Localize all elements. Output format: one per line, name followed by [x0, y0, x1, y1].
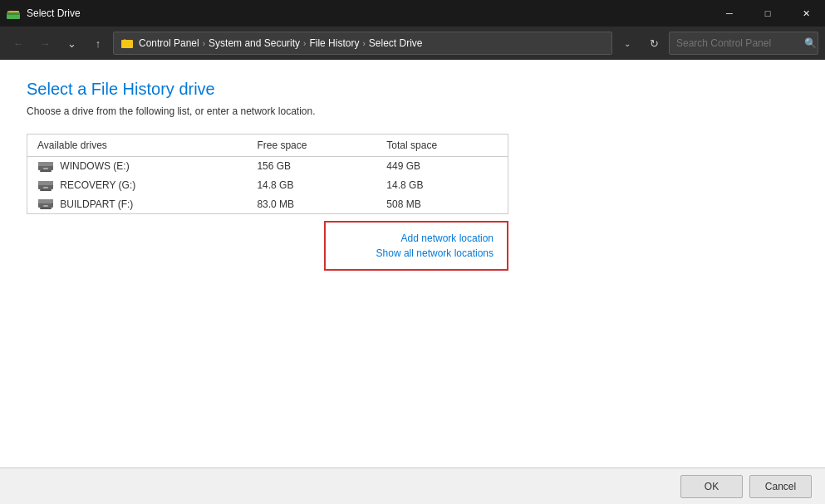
- breadcrumb-control-panel[interactable]: Control Panel: [139, 37, 199, 49]
- svg-rect-12: [40, 189, 52, 191]
- svg-rect-15: [43, 205, 48, 207]
- refresh-button[interactable]: ↻: [642, 32, 665, 55]
- up-button[interactable]: ↑: [86, 32, 110, 55]
- svg-rect-6: [38, 162, 53, 166]
- drive-icon: [37, 198, 54, 210]
- breadcrumb-sep-2: ›: [303, 39, 306, 48]
- col-header-drives: Available drives: [27, 135, 248, 157]
- close-button[interactable]: ✕: [787, 0, 825, 27]
- svg-rect-10: [38, 181, 53, 185]
- nav-bar: ← → ⌄ ↑ Control Panel › System and Secur…: [0, 27, 825, 60]
- svg-rect-4: [121, 40, 133, 48]
- bottom-bar: OK Cancel: [0, 467, 825, 504]
- drive-free-cell: 83.0 MB: [247, 195, 376, 214]
- drive-icon: [37, 161, 54, 173]
- maximize-button[interactable]: □: [749, 0, 787, 27]
- drive-icon: [37, 180, 54, 192]
- table-row[interactable]: WINDOWS (E:) 156 GB 449 GB: [27, 157, 508, 176]
- forward-button[interactable]: →: [33, 32, 56, 55]
- page-subtitle: Choose a drive from the following list, …: [27, 105, 798, 117]
- network-box: Add network location Show all network lo…: [324, 221, 508, 271]
- breadcrumb-current: Select Drive: [369, 37, 423, 49]
- title-bar-left: Select Drive: [7, 7, 81, 20]
- minimize-button[interactable]: ─: [710, 0, 749, 27]
- window-title: Select Drive: [27, 7, 81, 19]
- drive-total-cell: 14.8 GB: [376, 176, 508, 195]
- svg-rect-14: [38, 199, 53, 203]
- breadcrumb-file-history[interactable]: File History: [309, 37, 359, 49]
- col-header-free: Free space: [247, 135, 376, 157]
- app-icon: [7, 7, 20, 20]
- drive-total-cell: 449 GB: [376, 157, 508, 176]
- dropdown-button[interactable]: ⌄: [60, 32, 83, 55]
- drives-table: Available drives Free space Total space …: [27, 134, 508, 214]
- add-network-location-link[interactable]: Add network location: [401, 232, 494, 244]
- ok-button[interactable]: OK: [680, 475, 743, 498]
- drive-total-cell: 508 MB: [376, 195, 508, 214]
- breadcrumb-sep-1: ›: [203, 39, 205, 48]
- svg-rect-7: [43, 168, 48, 169]
- svg-rect-16: [40, 208, 52, 209]
- drive-free-cell: 14.8 GB: [247, 176, 376, 195]
- breadcrumb-system-security[interactable]: System and Security: [209, 37, 300, 49]
- table-row[interactable]: RECOVERY (G:) 14.8 GB 14.8 GB: [27, 176, 508, 195]
- svg-rect-3: [7, 12, 20, 15]
- search-input[interactable]: [676, 37, 801, 49]
- drive-name-cell: BUILDPART (F:): [27, 195, 248, 214]
- title-bar: Select Drive ─ □ ✕: [0, 0, 825, 27]
- breadcrumb-bar: Control Panel › System and Security › Fi…: [113, 32, 612, 55]
- table-row[interactable]: BUILDPART (F:) 83.0 MB 508 MB: [27, 195, 508, 214]
- page-title: Select a File History drive: [27, 80, 798, 99]
- search-box[interactable]: 🔍: [669, 32, 818, 55]
- show-all-network-link[interactable]: Show all network locations: [376, 247, 494, 259]
- drive-name-cell: RECOVERY (G:): [27, 176, 248, 195]
- title-bar-controls: ─ □ ✕: [710, 0, 825, 27]
- breadcrumb-dropdown-button[interactable]: ⌄: [616, 32, 639, 55]
- breadcrumb-folder-icon: [120, 37, 134, 50]
- search-icon[interactable]: 🔍: [804, 37, 817, 49]
- breadcrumb-sep-3: ›: [362, 39, 365, 48]
- drive-free-cell: 156 GB: [247, 157, 376, 176]
- svg-rect-11: [43, 187, 48, 188]
- svg-rect-8: [40, 170, 52, 172]
- back-button[interactable]: ←: [7, 32, 30, 55]
- content-area: Select a File History drive Choose a dri…: [0, 60, 825, 467]
- cancel-button[interactable]: Cancel: [749, 475, 812, 498]
- drive-name-cell: WINDOWS (E:): [27, 157, 248, 176]
- col-header-total: Total space: [376, 135, 508, 157]
